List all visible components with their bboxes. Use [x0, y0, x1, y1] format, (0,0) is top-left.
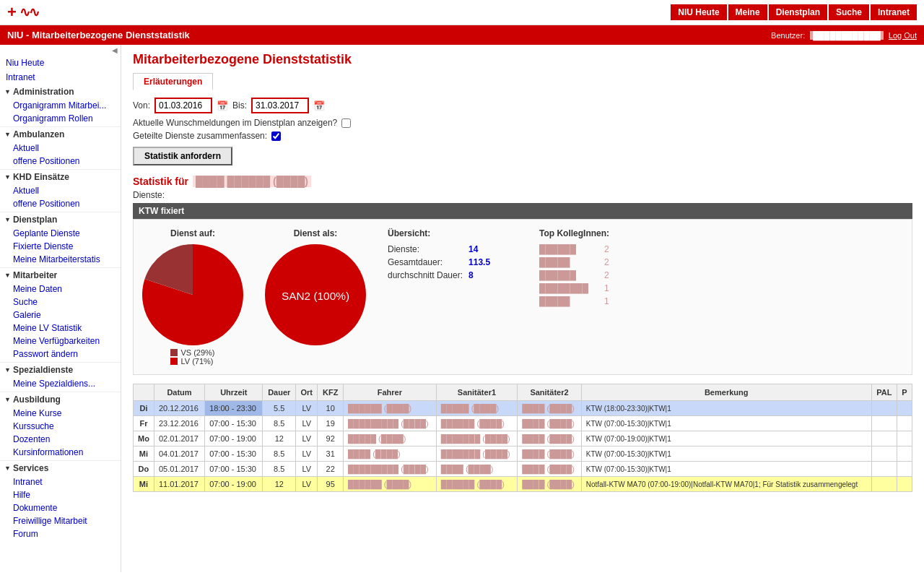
sidebar-item-meine-spezialdienste[interactable]: Meine Spezialdiens...: [0, 377, 121, 390]
von-input[interactable]: [154, 98, 212, 113]
sidebar-item-khd-aktuell[interactable]: Aktuell: [0, 184, 121, 197]
sidebar-item-ambulanzen-offene[interactable]: offene Positionen: [0, 155, 121, 168]
form-row-geteilte: Geteilte Dienste zusammenfassen:: [133, 131, 912, 141]
statistik-title-row: Statistik für ████ ██████ (████): [133, 176, 912, 187]
td-datum: 23.12.2016: [154, 416, 204, 431]
tab-erlaeuterungen[interactable]: Erläuterungen: [133, 73, 213, 90]
sidebar-section-dienstplan[interactable]: ▼ Dienstplan: [0, 212, 121, 227]
td-sanitaeter1: █████ (████): [436, 401, 518, 416]
sidebar-section-spezialdienste[interactable]: ▼ Spezialdienste: [0, 362, 121, 377]
triangle-icon-4: ▼: [4, 216, 11, 223]
nav-dienstplan[interactable]: Dienstplan: [769, 4, 827, 20]
sidebar-section-mitarbeiter[interactable]: ▼ Mitarbeiter: [0, 267, 121, 282]
sidebar-item-meine-mitarbeiterstatis[interactable]: Meine Mitarbeiterstatis: [0, 253, 121, 266]
sidebar-item-intranet[interactable]: Intranet: [0, 70, 121, 85]
wunschmeldungen-checkbox[interactable]: [341, 118, 351, 128]
td-fahrer: ██████ (████): [343, 477, 436, 492]
sidebar-item-hilfe[interactable]: Hilfe: [0, 488, 121, 501]
table-row: Do 05.01.2017 07:00 - 15:30 8.5 LV 22 ██…: [134, 462, 912, 477]
top-koll-count-4: 1: [604, 295, 609, 308]
sidebar-item-freiwillige[interactable]: Freiwillige Mitarbeit: [0, 514, 121, 527]
sidebar-section-administration[interactable]: ▼ Administration: [0, 85, 121, 99]
form-row-dates: Von: 📅 Bis: 📅: [133, 98, 912, 113]
td-fahrer: █████████ (████): [343, 416, 436, 431]
table-header-row: Datum Uhrzeit Dauer Ort KFZ Fahrer Sanit…: [134, 384, 912, 401]
sidebar-item-ambulanzen-aktuell[interactable]: Aktuell: [0, 142, 121, 155]
pie1-legend: VS (29%) LV (71%): [170, 348, 214, 366]
logout-link[interactable]: Log Out: [889, 31, 917, 40]
sidebar-item-organigramm-rollen[interactable]: Organigramm Rollen: [0, 112, 121, 125]
sidebar-item-services-intranet[interactable]: Intranet: [0, 475, 121, 488]
sidebar-item-forum[interactable]: Forum: [0, 527, 121, 540]
calendar-icon-bis[interactable]: 📅: [313, 100, 325, 111]
sidebar-section-khd[interactable]: ▼ KHD Einsätze: [0, 169, 121, 184]
th-day: [134, 384, 154, 401]
geteilte-checkbox[interactable]: [271, 131, 281, 141]
form-section: Von: 📅 Bis: 📅 Aktuelle Wunschmeldungen i…: [133, 98, 912, 165]
tab-bar: Erläuterungen: [133, 73, 912, 90]
logo-cross: +: [7, 3, 17, 22]
sidebar-item-kursinformationen[interactable]: Kursinformationen: [0, 446, 121, 459]
sidebar-item-organigramm-mitarbeiter[interactable]: Organigramm Mitarbei...: [0, 99, 121, 112]
sidebar-section-services[interactable]: ▼ Services: [0, 460, 121, 475]
overview-row-dienste: Dienste: 14: [388, 243, 490, 256]
sidebar-item-lv-statistik[interactable]: Meine LV Statistik: [0, 322, 121, 335]
td-pal: [871, 416, 897, 431]
td-uhrzeit: 07:00 - 19:00: [205, 477, 263, 492]
td-sanitaeter2: ████ (████): [518, 401, 581, 416]
top-koll-count-2: 2: [604, 269, 609, 282]
sidebar-item-verfuegbarkeiten[interactable]: Meine Verfügbarkeiten: [0, 335, 121, 348]
overview-val-dienste: 14: [468, 243, 490, 256]
benutzer-label: Benutzer:: [771, 31, 805, 40]
td-bemerkung: KTW (07:00-15:30)|KTW|1: [581, 416, 871, 431]
sidebar-item-galerie[interactable]: Galerie: [0, 309, 121, 322]
sidebar-item-khd-offene[interactable]: offene Positionen: [0, 197, 121, 210]
sidebar-item-kurssuche[interactable]: Kurssuche: [0, 420, 121, 433]
table-row: Mi 11.01.2017 07:00 - 19:00 12 LV 95 ███…: [134, 477, 912, 492]
td-dauer: 5.5: [263, 401, 296, 416]
sidebar-item-suche[interactable]: Suche: [0, 296, 121, 309]
dienste-label: Dienste:: [133, 190, 912, 200]
td-fahrer: █████ (████): [343, 431, 436, 447]
top-koll-name-1: █████: [539, 256, 604, 269]
statistik-anfordern-button[interactable]: Statistik anfordern: [133, 147, 232, 165]
nav-meine[interactable]: Meine: [728, 4, 767, 20]
td-pal: [871, 401, 897, 416]
th-kfz: KFZ: [318, 384, 343, 401]
main-layout: ◀ Niu Heute Intranet ▼ Administration Or…: [0, 45, 924, 572]
sidebar-item-dokumente[interactable]: Dokumente: [0, 501, 121, 514]
td-day: Fr: [134, 416, 154, 431]
nav-intranet[interactable]: Intranet: [871, 4, 917, 20]
statistik-title-prefix: Statistik für: [133, 176, 188, 187]
th-ort: Ort: [296, 384, 318, 401]
td-ort: LV: [296, 477, 318, 492]
sidebar-collapse[interactable]: ◀: [0, 45, 121, 56]
sidebar-section-ambulanzen[interactable]: ▼ Ambulanzen: [0, 126, 121, 142]
td-kfz: 95: [318, 477, 343, 492]
td-uhrzeit: 07:00 - 15:30: [205, 462, 263, 477]
td-day: Di: [134, 401, 154, 416]
sidebar-item-dozenten[interactable]: Dozenten: [0, 433, 121, 446]
bis-input[interactable]: [251, 98, 309, 113]
td-uhrzeit: 07:00 - 15:30: [205, 416, 263, 431]
nav-niu-heute[interactable]: NIU Heute: [671, 4, 726, 20]
top-koll-row-1: █████ 2: [539, 256, 609, 269]
calendar-icon-von[interactable]: 📅: [217, 100, 228, 111]
nav-suche[interactable]: Suche: [829, 4, 869, 20]
sidebar-item-geplante-dienste[interactable]: Geplante Dienste: [0, 227, 121, 240]
overview-val-durchschnitt: 8: [468, 269, 490, 282]
top-koll-name-3: ████████: [539, 282, 604, 295]
sidebar-item-meine-daten[interactable]: Meine Daten: [0, 282, 121, 296]
td-day: Mi: [134, 447, 154, 462]
top-koll-row-0: ██████ 2: [539, 243, 609, 256]
overview-key-gesamtdauer: Gesamtdauer:: [388, 256, 468, 269]
th-sanitaeter2: Sanitäter2: [518, 384, 581, 401]
td-datum: 11.01.2017: [154, 477, 204, 492]
sidebar-item-meine-kurse[interactable]: Meine Kurse: [0, 407, 121, 420]
sidebar-item-passwort[interactable]: Passwort ändern: [0, 348, 121, 361]
sidebar-item-niu-heute[interactable]: Niu Heute: [0, 56, 121, 70]
td-uhrzeit: 18:00 - 23:30: [205, 401, 263, 416]
sidebar-item-fixierte-dienste[interactable]: Fixierte Dienste: [0, 240, 121, 253]
sidebar-section-ausbildung[interactable]: ▼ Ausbildung: [0, 392, 121, 407]
ktw-header: KTW fixiert: [133, 203, 912, 219]
